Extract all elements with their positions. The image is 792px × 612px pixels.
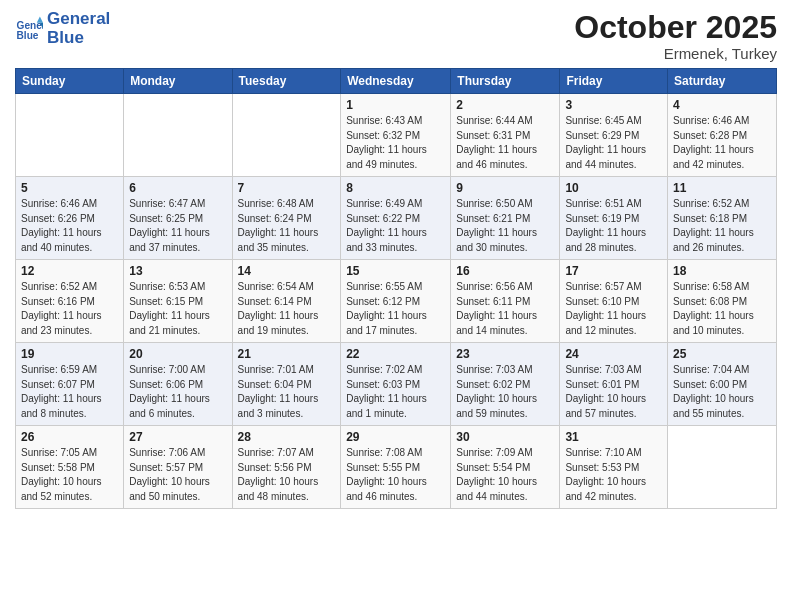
day-detail: Sunrise: 7:09 AMSunset: 5:54 PMDaylight:… [456,446,554,504]
day-detail: Sunrise: 7:01 AMSunset: 6:04 PMDaylight:… [238,363,336,421]
day-number: 29 [346,430,445,444]
day-number: 24 [565,347,662,361]
title-block: October 2025 Ermenek, Turkey [574,10,777,62]
col-header-sunday: Sunday [16,69,124,94]
day-number: 10 [565,181,662,195]
logo-blue: Blue [47,29,110,48]
day-detail: Sunrise: 6:43 AMSunset: 6:32 PMDaylight:… [346,114,445,172]
day-detail: Sunrise: 7:03 AMSunset: 6:01 PMDaylight:… [565,363,662,421]
day-number: 25 [673,347,771,361]
calendar-title: October 2025 [574,10,777,45]
col-header-friday: Friday [560,69,668,94]
day-number: 9 [456,181,554,195]
day-cell: 8Sunrise: 6:49 AMSunset: 6:22 PMDaylight… [341,177,451,260]
day-cell: 16Sunrise: 6:56 AMSunset: 6:11 PMDayligh… [451,260,560,343]
day-detail: Sunrise: 7:05 AMSunset: 5:58 PMDaylight:… [21,446,118,504]
day-detail: Sunrise: 6:49 AMSunset: 6:22 PMDaylight:… [346,197,445,255]
day-cell: 6Sunrise: 6:47 AMSunset: 6:25 PMDaylight… [124,177,232,260]
day-detail: Sunrise: 6:52 AMSunset: 6:18 PMDaylight:… [673,197,771,255]
week-row-4: 19Sunrise: 6:59 AMSunset: 6:07 PMDayligh… [16,343,777,426]
day-cell: 14Sunrise: 6:54 AMSunset: 6:14 PMDayligh… [232,260,341,343]
svg-text:Blue: Blue [17,30,39,41]
day-cell: 15Sunrise: 6:55 AMSunset: 6:12 PMDayligh… [341,260,451,343]
day-cell: 22Sunrise: 7:02 AMSunset: 6:03 PMDayligh… [341,343,451,426]
day-number: 21 [238,347,336,361]
day-number: 7 [238,181,336,195]
day-number: 30 [456,430,554,444]
week-row-3: 12Sunrise: 6:52 AMSunset: 6:16 PMDayligh… [16,260,777,343]
day-cell [124,94,232,177]
day-number: 18 [673,264,771,278]
day-cell: 12Sunrise: 6:52 AMSunset: 6:16 PMDayligh… [16,260,124,343]
week-row-2: 5Sunrise: 6:46 AMSunset: 6:26 PMDaylight… [16,177,777,260]
day-detail: Sunrise: 6:47 AMSunset: 6:25 PMDaylight:… [129,197,226,255]
day-number: 19 [21,347,118,361]
day-detail: Sunrise: 6:48 AMSunset: 6:24 PMDaylight:… [238,197,336,255]
day-number: 8 [346,181,445,195]
day-number: 11 [673,181,771,195]
col-header-thursday: Thursday [451,69,560,94]
day-detail: Sunrise: 7:06 AMSunset: 5:57 PMDaylight:… [129,446,226,504]
day-number: 17 [565,264,662,278]
day-number: 4 [673,98,771,112]
day-number: 12 [21,264,118,278]
day-cell [232,94,341,177]
day-cell: 28Sunrise: 7:07 AMSunset: 5:56 PMDayligh… [232,426,341,509]
day-number: 3 [565,98,662,112]
day-detail: Sunrise: 6:56 AMSunset: 6:11 PMDaylight:… [456,280,554,338]
header-row: SundayMondayTuesdayWednesdayThursdayFrid… [16,69,777,94]
day-cell: 27Sunrise: 7:06 AMSunset: 5:57 PMDayligh… [124,426,232,509]
col-header-wednesday: Wednesday [341,69,451,94]
day-cell: 25Sunrise: 7:04 AMSunset: 6:00 PMDayligh… [668,343,777,426]
day-cell [668,426,777,509]
day-cell: 18Sunrise: 6:58 AMSunset: 6:08 PMDayligh… [668,260,777,343]
day-detail: Sunrise: 6:44 AMSunset: 6:31 PMDaylight:… [456,114,554,172]
day-cell: 13Sunrise: 6:53 AMSunset: 6:15 PMDayligh… [124,260,232,343]
day-number: 14 [238,264,336,278]
day-cell: 4Sunrise: 6:46 AMSunset: 6:28 PMDaylight… [668,94,777,177]
day-cell [16,94,124,177]
day-detail: Sunrise: 6:52 AMSunset: 6:16 PMDaylight:… [21,280,118,338]
day-number: 15 [346,264,445,278]
day-cell: 2Sunrise: 6:44 AMSunset: 6:31 PMDaylight… [451,94,560,177]
col-header-monday: Monday [124,69,232,94]
day-cell: 17Sunrise: 6:57 AMSunset: 6:10 PMDayligh… [560,260,668,343]
day-number: 27 [129,430,226,444]
day-number: 1 [346,98,445,112]
day-cell: 26Sunrise: 7:05 AMSunset: 5:58 PMDayligh… [16,426,124,509]
day-detail: Sunrise: 6:59 AMSunset: 6:07 PMDaylight:… [21,363,118,421]
day-number: 22 [346,347,445,361]
day-cell: 9Sunrise: 6:50 AMSunset: 6:21 PMDaylight… [451,177,560,260]
day-cell: 31Sunrise: 7:10 AMSunset: 5:53 PMDayligh… [560,426,668,509]
day-detail: Sunrise: 6:57 AMSunset: 6:10 PMDaylight:… [565,280,662,338]
day-number: 23 [456,347,554,361]
day-detail: Sunrise: 7:00 AMSunset: 6:06 PMDaylight:… [129,363,226,421]
day-detail: Sunrise: 7:10 AMSunset: 5:53 PMDaylight:… [565,446,662,504]
day-number: 2 [456,98,554,112]
header: General Blue General Blue October 2025 E… [15,10,777,62]
day-cell: 23Sunrise: 7:03 AMSunset: 6:02 PMDayligh… [451,343,560,426]
day-cell: 3Sunrise: 6:45 AMSunset: 6:29 PMDaylight… [560,94,668,177]
day-detail: Sunrise: 6:46 AMSunset: 6:26 PMDaylight:… [21,197,118,255]
logo-icon: General Blue [15,15,43,43]
day-cell: 10Sunrise: 6:51 AMSunset: 6:19 PMDayligh… [560,177,668,260]
day-number: 6 [129,181,226,195]
col-header-tuesday: Tuesday [232,69,341,94]
day-number: 28 [238,430,336,444]
day-cell: 7Sunrise: 6:48 AMSunset: 6:24 PMDaylight… [232,177,341,260]
day-detail: Sunrise: 6:58 AMSunset: 6:08 PMDaylight:… [673,280,771,338]
day-detail: Sunrise: 6:46 AMSunset: 6:28 PMDaylight:… [673,114,771,172]
week-row-1: 1Sunrise: 6:43 AMSunset: 6:32 PMDaylight… [16,94,777,177]
day-detail: Sunrise: 7:04 AMSunset: 6:00 PMDaylight:… [673,363,771,421]
day-detail: Sunrise: 7:07 AMSunset: 5:56 PMDaylight:… [238,446,336,504]
day-cell: 11Sunrise: 6:52 AMSunset: 6:18 PMDayligh… [668,177,777,260]
day-cell: 24Sunrise: 7:03 AMSunset: 6:01 PMDayligh… [560,343,668,426]
calendar-table: SundayMondayTuesdayWednesdayThursdayFrid… [15,68,777,509]
day-detail: Sunrise: 6:50 AMSunset: 6:21 PMDaylight:… [456,197,554,255]
day-detail: Sunrise: 7:02 AMSunset: 6:03 PMDaylight:… [346,363,445,421]
day-cell: 20Sunrise: 7:00 AMSunset: 6:06 PMDayligh… [124,343,232,426]
day-cell: 30Sunrise: 7:09 AMSunset: 5:54 PMDayligh… [451,426,560,509]
week-row-5: 26Sunrise: 7:05 AMSunset: 5:58 PMDayligh… [16,426,777,509]
day-cell: 19Sunrise: 6:59 AMSunset: 6:07 PMDayligh… [16,343,124,426]
day-detail: Sunrise: 6:45 AMSunset: 6:29 PMDaylight:… [565,114,662,172]
